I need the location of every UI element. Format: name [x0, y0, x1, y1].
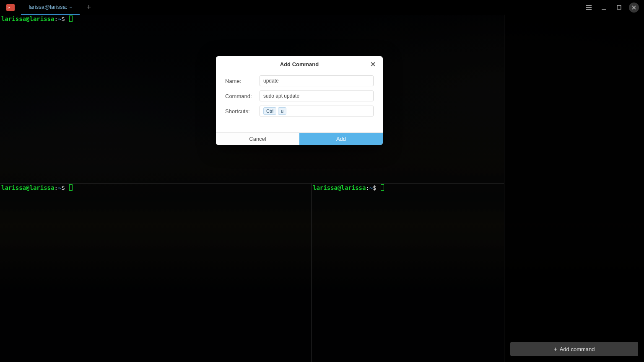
- prompt-user: larissa: [1, 16, 26, 22]
- prompt-host: larissa: [29, 16, 54, 22]
- dialog-footer: Cancel Add: [216, 132, 383, 145]
- name-field[interactable]: update: [260, 75, 374, 86]
- cursor: [69, 184, 73, 191]
- command-field[interactable]: sudo apt update: [260, 90, 374, 101]
- add-label: Add: [336, 136, 346, 142]
- tab-label: larissa@larissa: ~: [29, 4, 72, 10]
- prompt-dollar: $: [373, 184, 376, 191]
- form-row-shortcuts: Shortcuts: Ctrl u: [225, 106, 374, 116]
- prompt-line: larissa@larissa:~$: [312, 184, 504, 191]
- add-command-dialog: Add Command ✕ Name: update Command: sudo…: [216, 56, 383, 145]
- form-row-name: Name: update: [225, 75, 374, 86]
- commands-sidebar: + Add command: [504, 15, 644, 362]
- name-value: update: [263, 78, 279, 84]
- svg-rect-0: [617, 5, 621, 9]
- prompt-colon: :: [54, 184, 57, 191]
- tab-active[interactable]: larissa@larissa: ~: [21, 0, 80, 15]
- prompt-line: larissa@larissa:~$: [0, 184, 311, 191]
- close-icon: [632, 5, 636, 10]
- label-command: Command:: [225, 93, 260, 99]
- prompt-colon: :: [366, 184, 369, 191]
- titlebar-spacer: [98, 0, 581, 15]
- label-name: Name:: [225, 78, 260, 84]
- dialog-header: Add Command ✕: [216, 56, 383, 72]
- plus-icon: +: [87, 3, 91, 12]
- prompt-dollar: $: [61, 184, 65, 191]
- cursor: [381, 184, 384, 191]
- label-shortcuts: Shortcuts:: [225, 108, 260, 114]
- prompt-user: larissa: [313, 184, 338, 191]
- shortcut-key: u: [278, 107, 286, 115]
- add-command-label: Add command: [560, 346, 595, 352]
- prompt-host: larissa: [29, 184, 54, 191]
- window-controls: [581, 0, 644, 15]
- new-tab-button[interactable]: +: [80, 0, 98, 15]
- cancel-button[interactable]: Cancel: [216, 133, 299, 145]
- titlebar: >_ larissa@larissa: ~ +: [0, 0, 644, 15]
- shortcut-key: Ctrl: [263, 107, 276, 115]
- cancel-label: Cancel: [249, 136, 266, 142]
- add-button[interactable]: Add: [299, 133, 383, 145]
- minimize-button[interactable]: [596, 0, 611, 15]
- prompt-line: larissa@larissa:~$: [0, 15, 504, 23]
- dialog-close-button[interactable]: ✕: [367, 56, 379, 72]
- terminal-icon: >_: [6, 4, 15, 11]
- add-command-button[interactable]: + Add command: [510, 342, 638, 356]
- dialog-title: Add Command: [280, 61, 319, 67]
- terminal-pane-bottom-left[interactable]: larissa@larissa:~$: [0, 183, 311, 362]
- terminal-pane-bottom-right[interactable]: larissa@larissa:~$: [311, 183, 504, 362]
- cursor: [69, 16, 73, 22]
- form-row-command: Command: sudo apt update: [225, 90, 374, 101]
- prompt-user: larissa: [1, 184, 26, 191]
- maximize-icon: [617, 5, 621, 10]
- tab-app-icon[interactable]: >_: [0, 0, 21, 15]
- minimize-icon: [601, 5, 606, 10]
- close-icon: ✕: [370, 60, 376, 68]
- maximize-button[interactable]: [611, 0, 626, 15]
- dialog-body: Name: update Command: sudo apt update Sh…: [216, 72, 383, 132]
- prompt-host: larissa: [341, 184, 366, 191]
- close-button[interactable]: [629, 3, 639, 13]
- hamburger-icon: [586, 5, 592, 10]
- command-value: sudo apt update: [263, 93, 299, 99]
- plus-icon: +: [553, 346, 557, 352]
- shortcuts-field[interactable]: Ctrl u: [260, 106, 374, 116]
- prompt-colon: :: [54, 16, 57, 22]
- prompt-dollar: $: [61, 16, 65, 22]
- hamburger-menu-button[interactable]: [581, 0, 596, 15]
